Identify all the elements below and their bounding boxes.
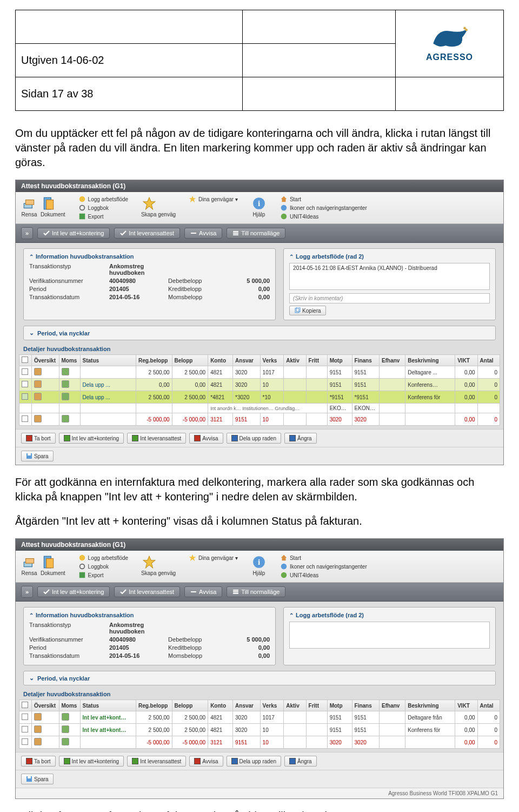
loggbok-icon[interactable] xyxy=(78,563,86,570)
unit4ideas-link[interactable]: UNIT4Ideas xyxy=(290,572,318,578)
grid-header[interactable]: Finans xyxy=(352,355,380,366)
grid-header[interactable] xyxy=(19,700,32,711)
period-nycklar-row[interactable]: ⌄Period, via nycklar xyxy=(23,326,496,340)
overview-icon[interactable] xyxy=(34,725,42,733)
intlev-kontering-button[interactable]: Int lev att+kontering xyxy=(37,586,110,597)
star-icon[interactable] xyxy=(141,195,157,212)
angra-button[interactable]: Ångra xyxy=(284,756,317,767)
info-icon[interactable]: i xyxy=(251,554,267,570)
moms-icon[interactable] xyxy=(62,738,69,745)
avvisa-button2[interactable]: Avvisa xyxy=(189,433,223,444)
star-icon[interactable] xyxy=(141,554,157,570)
home-icon[interactable] xyxy=(280,554,288,562)
ideas-icon[interactable] xyxy=(280,571,288,579)
grid-header[interactable]: Aktiv xyxy=(284,700,306,711)
grid-header[interactable]: Beskrivning xyxy=(405,355,455,366)
grid-header[interactable]: Reg.belopp xyxy=(136,700,172,711)
grid-header[interactable]: Belopp xyxy=(172,355,208,366)
grid-header[interactable]: Efhanv xyxy=(380,700,405,711)
intlevattest-button[interactable]: Int leveransattest xyxy=(127,756,186,767)
delaupp-button[interactable]: Dela upp raden xyxy=(227,433,281,444)
overview-icon[interactable] xyxy=(34,415,42,422)
row-checkbox[interactable] xyxy=(22,415,28,422)
grid-header[interactable]: Ansvar xyxy=(233,355,261,366)
table-row[interactable]: Dela upp ... 0,00 0,00 4821 3020 10 9151… xyxy=(19,379,500,391)
ideas-icon[interactable] xyxy=(280,213,288,220)
expand-sidebar-button[interactable]: » xyxy=(21,227,33,239)
grid-header[interactable]: Konto xyxy=(208,355,233,366)
grid-header[interactable]: Efhanv xyxy=(380,355,405,366)
export-icon[interactable] xyxy=(78,213,86,220)
row-checkbox[interactable] xyxy=(22,738,28,745)
workflow-icon[interactable] xyxy=(78,195,86,203)
ikoner-link[interactable]: Ikoner och navigeringstangenter xyxy=(290,564,367,570)
table-row[interactable]: Int lev att+kont… 2 500,00 2 500,00 4821… xyxy=(19,724,500,736)
logg-arbetsflode-link[interactable]: Logg arbetsflöde xyxy=(88,555,129,561)
grid-header[interactable]: Motp xyxy=(327,355,352,366)
avvisa-button[interactable]: Avvisa xyxy=(184,228,222,239)
moms-icon[interactable] xyxy=(62,415,69,422)
logg-arbetsflode-link[interactable]: Logg arbetsflöde xyxy=(88,196,129,202)
overview-icon[interactable] xyxy=(34,380,42,388)
grid-header[interactable]: Ansvar xyxy=(233,700,261,711)
grid-header[interactable]: Finans xyxy=(352,700,380,711)
row-checkbox[interactable] xyxy=(22,726,28,732)
grid-header[interactable]: Reg.belopp xyxy=(136,355,172,366)
row-checkbox[interactable] xyxy=(22,393,28,400)
grid-header[interactable]: Fritt xyxy=(306,700,327,711)
table-row[interactable]: -5 000,00 -5 000,00 3121 9151 10 3020 30… xyxy=(19,736,500,749)
grid-header[interactable]: Motp xyxy=(327,700,352,711)
grid-header[interactable]: Verks xyxy=(260,355,284,366)
grid-header[interactable]: Status xyxy=(80,355,136,366)
grid-header[interactable]: Antal xyxy=(477,700,500,711)
export-icon[interactable] xyxy=(78,571,86,579)
document-icon[interactable] xyxy=(41,195,57,212)
collapse-icon[interactable]: ⌃ xyxy=(289,612,294,618)
unit4ideas-link[interactable]: UNIT4Ideas xyxy=(290,214,318,220)
grid-header[interactable]: Översikt xyxy=(31,355,59,366)
collapse-icon[interactable]: ⌃ xyxy=(29,612,34,618)
home-icon[interactable] xyxy=(280,195,288,203)
intlev-attest-button[interactable]: Int leveransattest xyxy=(114,228,180,239)
dina-genvagar-link[interactable]: Dina genvägar ▾ xyxy=(198,196,238,202)
workflow-icon[interactable] xyxy=(78,554,86,562)
keyboard-icon[interactable] xyxy=(280,204,288,212)
grid-header[interactable] xyxy=(19,355,32,366)
document-icon[interactable] xyxy=(41,554,57,570)
eraser-icon[interactable] xyxy=(21,554,37,570)
avvisa-button2[interactable]: Avvisa xyxy=(189,756,223,767)
row-checkbox[interactable] xyxy=(22,368,28,375)
expand-sidebar-button[interactable]: » xyxy=(21,586,33,598)
comment-input[interactable]: (Skriv in kommentar) xyxy=(289,293,490,303)
overview-icon[interactable] xyxy=(34,368,42,375)
moms-icon[interactable] xyxy=(62,713,69,721)
dina-genvagar-link[interactable]: Dina genvägar ▾ xyxy=(198,555,238,561)
tabort-button[interactable]: Ta bort xyxy=(21,433,56,444)
checkbox[interactable] xyxy=(22,702,28,708)
moms-icon[interactable] xyxy=(62,368,69,375)
grid-header[interactable]: Status xyxy=(80,700,136,711)
export-link[interactable]: Export xyxy=(88,572,104,578)
table-row[interactable]: 2 500,00 2 500,00 4821 3020 1017 9151 91… xyxy=(19,366,500,379)
period-nycklar-row[interactable]: ⌄Period, via nycklar xyxy=(23,671,496,685)
intlev-attest-button[interactable]: Int leveransattest xyxy=(114,586,180,597)
tabort-button[interactable]: Ta bort xyxy=(21,756,56,767)
normallage-button[interactable]: Till normalläge xyxy=(227,228,285,239)
overview-icon[interactable] xyxy=(34,713,42,721)
intlev-kontering-button[interactable]: Int lev att+kontering xyxy=(37,228,110,239)
table-row[interactable]: Int lev att+kont… 2 500,00 2 500,00 4821… xyxy=(19,711,500,724)
table-row[interactable]: Dela upp ... 2 500,00 2 500,00 *4821 *30… xyxy=(19,391,500,404)
loggbok-link[interactable]: Loggbok xyxy=(88,205,109,211)
checkbox[interactable] xyxy=(22,357,28,363)
overview-icon[interactable] xyxy=(34,393,42,400)
intlevkont-button[interactable]: Int lev att+kontering xyxy=(59,433,124,444)
grid-header[interactable]: VIKT xyxy=(455,700,477,711)
grid-header[interactable]: Fritt xyxy=(306,355,327,366)
copy-button[interactable]: Kopiera xyxy=(289,306,325,315)
collapse-icon[interactable]: ⌃ xyxy=(29,254,34,260)
normallage-button[interactable]: Till normalläge xyxy=(227,586,285,597)
moms-icon[interactable] xyxy=(62,393,69,400)
ikoner-link[interactable]: Ikoner och navigeringstangenter xyxy=(290,205,367,211)
grid-header[interactable]: Konto xyxy=(208,700,233,711)
intlevkont-button[interactable]: Int lev att+kontering xyxy=(59,756,124,767)
